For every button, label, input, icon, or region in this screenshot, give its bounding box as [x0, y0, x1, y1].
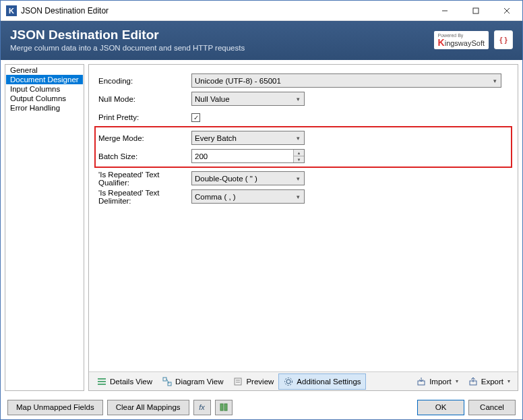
- row-merge-mode: Merge Mode: Every Batch ▾: [97, 129, 510, 147]
- minimize-icon: [441, 7, 448, 14]
- qualifier-value: Double-Quote ( " ): [195, 175, 257, 183]
- column-tool-button[interactable]: [215, 400, 233, 415]
- sidebar-item-input-columns[interactable]: Input Columns: [6, 84, 83, 94]
- chevron-down-icon: ▾: [293, 190, 304, 203]
- spinner-up-icon[interactable]: ▲: [294, 150, 304, 156]
- dialog-window: K JSON Destination Editor JSON Destinati…: [0, 0, 523, 420]
- ok-button[interactable]: OK: [417, 400, 464, 415]
- delimiter-dropdown[interactable]: Comma ( , ) ▾: [191, 189, 305, 204]
- export-icon: [468, 376, 479, 387]
- dialog-footer: Map Unmapped Fields Clear All Mappings f…: [1, 395, 522, 419]
- sidebar-item-document-designer[interactable]: Document Designer: [6, 75, 83, 84]
- import-icon: [416, 376, 427, 387]
- settings-form: Encoding: Unicode (UTF-8) - 65001 ▾ Null…: [89, 65, 518, 371]
- svg-rect-1: [473, 8, 479, 13]
- row-qualifier: 'Is Repeated' Text Qualifier: Double-Quo…: [97, 169, 510, 187]
- header-banner: JSON Destination Editor Merge column dat…: [1, 21, 522, 60]
- details-view-icon: [96, 376, 107, 387]
- sidebar-item-general[interactable]: General: [6, 65, 83, 75]
- sidebar-item-output-columns[interactable]: Output Columns: [6, 94, 83, 103]
- row-delimiter: 'Is Repeated' Text Delimiter: Comma ( , …: [97, 187, 510, 206]
- fx-icon: fx: [199, 403, 205, 411]
- import-label: Import: [429, 378, 452, 386]
- close-button[interactable]: [491, 1, 522, 21]
- json-logo-icon: { }: [494, 30, 513, 49]
- null-mode-label: Null Mode:: [97, 95, 191, 103]
- svg-rect-17: [220, 404, 223, 411]
- svg-rect-5: [98, 381, 106, 382]
- spinner-down-icon[interactable]: ▼: [294, 156, 304, 162]
- app-icon: K: [6, 5, 17, 16]
- view-toolbar: Details View Diagram View Preview: [89, 371, 518, 390]
- import-button[interactable]: Import ▾: [411, 373, 463, 390]
- chevron-down-icon: ▾: [489, 74, 501, 87]
- additional-settings-button[interactable]: Additional Settings: [278, 373, 365, 390]
- column-tool-icon: [219, 402, 228, 412]
- banner-logos: Powered By KingswaySoft { }: [434, 30, 513, 49]
- clear-all-mappings-button[interactable]: Clear All Mappings: [107, 400, 189, 415]
- sidebar-nav: General Document Designer Input Columns …: [5, 64, 84, 391]
- print-pretty-checkbox[interactable]: ✓: [191, 113, 200, 122]
- batch-size-label: Batch Size:: [97, 152, 191, 160]
- diagram-view-icon: [162, 376, 173, 387]
- qualifier-label: 'Is Repeated' Text Qualifier:: [97, 171, 191, 187]
- dialog-body: General Document Designer Input Columns …: [1, 60, 522, 395]
- qualifier-dropdown[interactable]: Double-Quote ( " ) ▾: [191, 171, 305, 185]
- row-null-mode: Null Mode: Null Value ▾: [97, 90, 510, 108]
- null-mode-value: Null Value: [195, 95, 230, 103]
- svg-rect-4: [98, 378, 106, 380]
- preview-icon: [233, 376, 243, 387]
- cancel-button[interactable]: Cancel: [468, 400, 516, 415]
- svg-point-14: [285, 378, 293, 385]
- null-mode-dropdown[interactable]: Null Value ▾: [191, 92, 305, 106]
- merge-mode-value: Every Batch: [195, 134, 237, 142]
- row-encoding: Encoding: Unicode (UTF-8) - 65001 ▾: [97, 71, 510, 90]
- main-panel: Encoding: Unicode (UTF-8) - 65001 ▾ Null…: [88, 64, 518, 391]
- encoding-label: Encoding:: [97, 77, 191, 85]
- title-bar: K JSON Destination Editor: [1, 1, 522, 21]
- export-button[interactable]: Export ▾: [463, 373, 515, 390]
- chevron-down-icon: ▾: [456, 378, 458, 384]
- fx-button[interactable]: fx: [193, 400, 211, 415]
- svg-rect-6: [98, 384, 106, 385]
- chevron-down-icon: ▾: [293, 172, 304, 185]
- chevron-down-icon: ▾: [507, 378, 510, 384]
- close-icon: [503, 7, 510, 14]
- sidebar-item-error-handling[interactable]: Error Handling: [6, 103, 83, 113]
- maximize-icon: [472, 7, 479, 14]
- minimize-button[interactable]: [429, 1, 460, 21]
- merge-mode-dropdown[interactable]: Every Batch ▾: [191, 131, 305, 145]
- svg-rect-7: [163, 378, 166, 381]
- row-print-pretty: Print Pretty: ✓: [97, 108, 510, 126]
- svg-point-13: [286, 380, 290, 384]
- map-unmapped-button[interactable]: Map Unmapped Fields: [7, 400, 103, 415]
- gear-icon: [283, 376, 294, 387]
- delimiter-label: 'Is Repeated' Text Delimiter:: [97, 189, 191, 205]
- diagram-view-button[interactable]: Diagram View: [157, 373, 228, 390]
- print-pretty-label: Print Pretty:: [97, 113, 191, 121]
- highlight-region: Merge Mode: Every Batch ▾ Batch Size:: [94, 126, 512, 168]
- kingswaysoft-logo: Powered By KingswaySoft: [434, 31, 489, 49]
- chevron-down-icon: ▾: [293, 131, 304, 144]
- delimiter-value: Comma ( , ): [195, 193, 236, 201]
- merge-mode-label: Merge Mode:: [97, 134, 191, 142]
- row-batch-size: Batch Size: ▲ ▼: [97, 147, 510, 165]
- brand-text: KingswaySoft: [438, 38, 485, 47]
- batch-size-spinner[interactable]: ▲ ▼: [191, 149, 305, 163]
- preview-label: Preview: [246, 378, 274, 386]
- svg-rect-10: [235, 378, 241, 385]
- details-view-button[interactable]: Details View: [92, 373, 157, 390]
- encoding-value: Unicode (UTF-8) - 65001: [195, 77, 281, 85]
- maximize-button[interactable]: [460, 1, 491, 21]
- chevron-down-icon: ▾: [293, 92, 304, 105]
- encoding-dropdown[interactable]: Unicode (UTF-8) - 65001 ▾: [191, 73, 501, 88]
- spinner-buttons: ▲ ▼: [293, 150, 304, 162]
- banner-subtext: Merge column data into a JSON document a…: [10, 44, 434, 52]
- banner-heading: JSON Destination Editor: [10, 28, 434, 42]
- diagram-view-label: Diagram View: [175, 378, 223, 386]
- additional-settings-label: Additional Settings: [297, 378, 361, 386]
- preview-button[interactable]: Preview: [228, 373, 278, 390]
- svg-rect-18: [224, 404, 227, 411]
- details-view-label: Details View: [110, 378, 152, 386]
- batch-size-input[interactable]: [195, 152, 293, 160]
